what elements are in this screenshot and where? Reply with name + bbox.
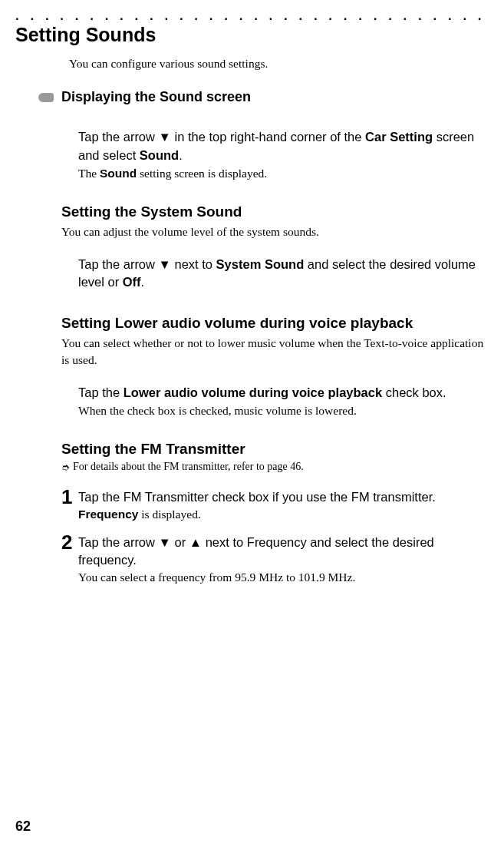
- step-number: 2: [61, 532, 78, 552]
- text-fragment: Tap the: [78, 385, 124, 399]
- text-fragment: next to: [202, 535, 247, 549]
- text-fragment: Tap the arrow: [78, 130, 159, 144]
- text-fragment: setting screen is displayed.: [137, 167, 267, 180]
- text-fragment: check box.: [382, 385, 446, 399]
- bold-text: Sound: [140, 148, 179, 162]
- page-title: Setting Sounds: [15, 24, 489, 46]
- bold-text: FM Transmitter: [124, 490, 209, 504]
- text-fragment: .: [179, 148, 183, 162]
- arrow-down-icon: ▼: [159, 257, 171, 271]
- fm-step1-result: Frequency is displayed.: [78, 508, 489, 521]
- bold-text: Frequency: [78, 508, 138, 521]
- fm-title: Setting the FM Transmitter: [61, 441, 489, 458]
- lower-audio-block: Tap the Lower audio volume during voice …: [78, 384, 489, 418]
- fm-step2-result: You can select a frequency from 95.9 MHz…: [78, 571, 489, 584]
- text-fragment: .: [141, 275, 145, 289]
- bold-text: Frequency: [247, 535, 307, 549]
- fm-note: ➮ For details about the FM transmitter, …: [61, 461, 489, 475]
- text-fragment: check box if you use the FM transmitter.: [209, 490, 436, 504]
- bold-text: System Sound: [216, 257, 305, 271]
- arrow-up-icon: ▲: [189, 535, 202, 549]
- page-number: 62: [15, 819, 31, 835]
- lower-audio-desc: You can select whether or not to lower m…: [61, 335, 489, 368]
- dots-divider: . . . . . . . . . . . . . . . . . . . . …: [15, 9, 489, 22]
- sub-heading: Displaying the Sound screen: [61, 89, 251, 105]
- text-fragment: Tap the: [78, 490, 124, 504]
- system-sound-title: Setting the System Sound: [61, 203, 489, 220]
- arrow-down-icon: ▼: [159, 535, 171, 549]
- fm-step1-instruction: Tap the FM Transmitter check box if you …: [78, 488, 489, 506]
- text-fragment: or: [171, 535, 189, 549]
- text-fragment: is displayed.: [138, 508, 200, 521]
- lower-audio-instruction: Tap the Lower audio volume during voice …: [78, 384, 489, 402]
- bold-text: Lower audio volume during voice playback: [124, 385, 382, 399]
- fm-note-text: For details about the FM transmitter, re…: [73, 461, 304, 473]
- step-number: 1: [61, 487, 78, 507]
- fm-step2-instruction: Tap the arrow ▼ or ▲ next to Frequency a…: [78, 534, 489, 569]
- intro-text: You can configure various sound settings…: [69, 57, 489, 71]
- text-fragment: Tap the arrow: [78, 535, 159, 549]
- system-sound-desc: You can adjust the volume level of the s…: [61, 223, 489, 240]
- system-sound-instruction: Tap the arrow ▼ next to System Sound and…: [78, 256, 489, 293]
- step-content: Tap the FM Transmitter check box if you …: [78, 488, 489, 521]
- step-content: Tap the arrow ▼ or ▲ next to Frequency a…: [78, 534, 489, 584]
- fm-step-1: 1 Tap the FM Transmitter check box if yo…: [61, 488, 489, 521]
- text-fragment: next to: [171, 257, 216, 271]
- display-sound-block: Tap the arrow ▼ in the top right-hand co…: [78, 128, 489, 180]
- fm-step-2: 2 Tap the arrow ▼ or ▲ next to Frequency…: [61, 534, 489, 584]
- text-fragment: in the top right-hand corner of the: [171, 130, 365, 144]
- text-fragment: Tap the arrow: [78, 257, 159, 271]
- text-fragment: The: [78, 167, 100, 180]
- bold-text: Off: [123, 275, 141, 289]
- lower-audio-title: Setting Lower audio volume during voice …: [61, 315, 489, 332]
- sub-heading-row: Displaying the Sound screen: [38, 89, 489, 105]
- bold-text: Sound: [100, 167, 137, 180]
- bold-text: Car Setting: [365, 130, 433, 144]
- system-sound-block: Tap the arrow ▼ next to System Sound and…: [78, 256, 489, 293]
- lower-audio-result: When the check box is checked, music vol…: [78, 404, 489, 418]
- display-sound-instruction: Tap the arrow ▼ in the top right-hand co…: [78, 128, 489, 165]
- bullet-icon: [38, 93, 54, 102]
- arrow-down-icon: ▼: [159, 130, 171, 144]
- display-sound-result: The Sound setting screen is displayed.: [78, 167, 489, 180]
- note-arrow-icon: ➮: [61, 461, 70, 475]
